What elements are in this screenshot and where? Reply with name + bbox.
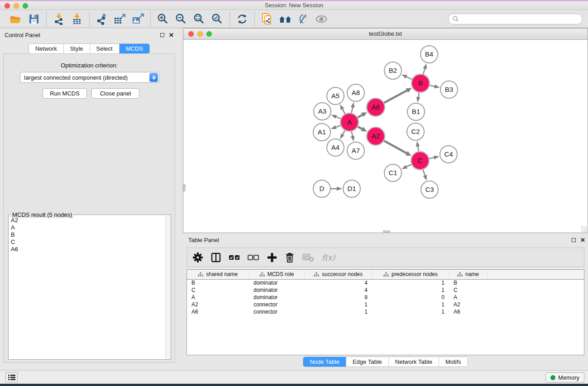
import-table-icon[interactable] — [70, 12, 84, 26]
table-cell[interactable]: 4 — [304, 286, 372, 294]
new-network-from-selection-icon[interactable] — [260, 12, 274, 26]
search-box[interactable] — [448, 14, 583, 24]
task-history-button[interactable] — [5, 372, 18, 382]
table-cell[interactable]: connector — [249, 308, 304, 315]
node-B4[interactable]: B4 — [421, 46, 438, 63]
open-session-icon[interactable] — [9, 12, 23, 26]
search-input[interactable] — [459, 15, 578, 22]
network-maximize-button[interactable] — [206, 31, 212, 37]
network-canvas[interactable]: B4B2BB3A8A5A6A3B1AC2A1A2A4A7C4CC1C3DD1 — [183, 40, 588, 233]
tab-edge-table[interactable]: Edge Table — [346, 357, 389, 367]
node-A6[interactable]: A6 — [367, 98, 385, 116]
node-A[interactable]: A — [340, 113, 359, 131]
table-cell[interactable]: 8 — [304, 294, 372, 301]
h-scroll-nub[interactable] — [383, 230, 390, 233]
import-network-icon[interactable] — [52, 12, 66, 26]
table-row[interactable]: Cdominator41C — [187, 286, 584, 294]
table-cell[interactable]: C — [187, 286, 249, 294]
tab-mcds[interactable]: MCDS — [120, 44, 149, 53]
network-close-button[interactable] — [188, 31, 194, 37]
table-cell[interactable]: 1 — [372, 279, 449, 286]
v-scroll-nub[interactable] — [183, 184, 186, 191]
node-A4[interactable]: A4 — [327, 139, 344, 156]
table-row[interactable]: Adominator80A — [187, 294, 584, 301]
mcds-result-item[interactable]: A6 — [11, 246, 163, 253]
maximize-window-button[interactable] — [23, 3, 28, 9]
column-header-name[interactable]: name — [449, 270, 487, 279]
table-row[interactable]: A2connector11A2 — [187, 301, 584, 308]
table-cell[interactable]: B — [449, 279, 487, 286]
table-row[interactable]: Bdominator41B — [187, 279, 584, 286]
close-panel-icon[interactable]: ✕ — [169, 33, 174, 37]
node-D1[interactable]: D1 — [343, 180, 360, 197]
network-minimize-button[interactable] — [197, 31, 203, 37]
node-A2[interactable]: A2 — [367, 127, 385, 145]
table-cell[interactable]: dominator — [249, 279, 304, 286]
result-scrollbar[interactable] — [165, 215, 171, 359]
table-cell[interactable]: B — [187, 279, 249, 286]
float-panel-icon[interactable] — [160, 33, 164, 37]
node-C3[interactable]: C3 — [421, 181, 438, 198]
table-cell[interactable]: dominator — [249, 286, 304, 294]
close-panel-button[interactable]: Close panel — [91, 88, 139, 99]
export-network-icon[interactable] — [95, 12, 109, 26]
node-A7[interactable]: A7 — [347, 142, 364, 159]
column-header-shared-name[interactable]: shared name — [187, 270, 249, 279]
tab-node-table[interactable]: Node Table — [303, 357, 346, 367]
table-cell[interactable]: A2 — [187, 301, 249, 308]
close-table-panel-icon[interactable]: ✕ — [580, 238, 585, 242]
table-cell[interactable]: 1 — [372, 286, 449, 294]
node-B2[interactable]: B2 — [384, 62, 402, 79]
show-hide-panel-eye-icon[interactable] — [315, 12, 328, 26]
run-mcds-button[interactable]: Run MCDS — [43, 88, 87, 99]
node-A8[interactable]: A8 — [347, 84, 364, 101]
cybrowser-home-icon[interactable] — [278, 12, 292, 26]
hide-graphics-details-icon[interactable] — [296, 12, 310, 26]
node-C[interactable]: C — [411, 152, 429, 170]
zoom-fit-icon[interactable] — [192, 12, 206, 26]
table-cell[interactable]: connector — [249, 301, 304, 308]
criterion-dropdown[interactable]: largest connected component (directed) — [20, 72, 159, 83]
node-C1[interactable]: C1 — [384, 164, 402, 181]
table-settings-gear-icon[interactable] — [192, 251, 203, 264]
table-cell[interactable]: C — [449, 286, 487, 294]
node-A3[interactable]: A3 — [314, 103, 331, 120]
node-C2[interactable]: C2 — [407, 123, 424, 140]
node-A5[interactable]: A5 — [327, 87, 344, 105]
table-cell[interactable]: A — [187, 294, 249, 301]
node-B3[interactable]: B3 — [440, 81, 458, 98]
float-table-panel-icon[interactable] — [572, 238, 576, 242]
table-cell[interactable]: A6 — [449, 308, 487, 315]
zoom-out-icon[interactable] — [174, 12, 188, 26]
zoom-selected-icon[interactable] — [210, 12, 224, 26]
tab-network[interactable]: Network — [29, 44, 64, 53]
table-cell[interactable]: 1 — [372, 308, 449, 315]
zoom-in-icon[interactable] — [156, 12, 170, 26]
minimize-window-button[interactable] — [14, 3, 19, 9]
close-window-button[interactable] — [5, 3, 10, 9]
table-cell[interactable]: A2 — [449, 301, 487, 308]
tab-motifs[interactable]: Motifs — [439, 357, 468, 367]
delete-table-icon[interactable] — [302, 251, 315, 264]
mcds-result-item[interactable]: C — [11, 238, 163, 246]
node-B[interactable]: B — [411, 74, 430, 92]
table-cell[interactable]: 0 — [372, 294, 449, 301]
table-cell[interactable]: 1 — [372, 301, 449, 308]
network-window-titlebar[interactable]: testGlobe.txt — [183, 29, 588, 40]
memory-button[interactable]: Memory — [545, 372, 584, 382]
export-table-icon[interactable] — [113, 12, 127, 26]
table-cell[interactable]: A — [449, 294, 487, 301]
node-A1[interactable]: A1 — [313, 124, 330, 141]
export-image-icon[interactable] — [131, 12, 145, 26]
table-cell[interactable]: A6 — [187, 308, 249, 315]
table-cell[interactable]: dominator — [249, 294, 304, 301]
unselect-all-icon[interactable] — [248, 251, 259, 264]
select-all-icon[interactable] — [229, 251, 240, 264]
table-cell[interactable]: 1 — [304, 308, 372, 315]
refresh-icon[interactable] — [235, 12, 249, 26]
node-D[interactable]: D — [313, 180, 330, 197]
add-column-plus-icon[interactable] — [267, 251, 277, 264]
tab-network-table[interactable]: Network Table — [389, 357, 439, 367]
save-session-icon[interactable] — [27, 12, 41, 26]
table-row[interactable]: A6connector11A6 — [187, 308, 584, 315]
